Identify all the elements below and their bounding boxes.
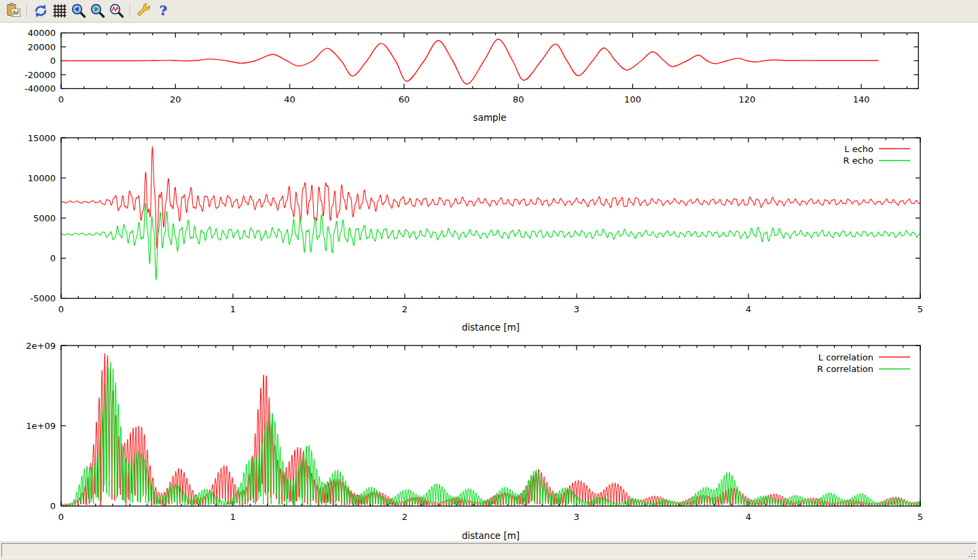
help-button[interactable]: ? ? — [153, 1, 173, 20]
y-tick-label: 1e+09 — [26, 421, 56, 431]
legend-label: R correlation — [817, 364, 873, 374]
refresh-icon — [33, 3, 49, 19]
configure-button[interactable] — [134, 1, 153, 20]
plot-canvas[interactable]: 020406080100120140-40000-200000200004000… — [0, 23, 978, 541]
series-group — [61, 39, 878, 84]
zoom-previous-button[interactable] — [69, 1, 88, 20]
axis-ticks — [61, 138, 920, 299]
plot-echo-signals: 012345-5000050001000015000distance [m]L … — [28, 133, 924, 333]
plot-border — [61, 138, 920, 299]
series-pulse — [61, 39, 878, 84]
x-axis-label: distance [m] — [462, 322, 520, 333]
x-tick-label: 0 — [58, 512, 64, 522]
svg-text:?: ? — [159, 3, 166, 18]
y-tick-label: 0 — [50, 253, 56, 263]
toolbar-separator — [26, 3, 28, 18]
zoom-next-button[interactable] — [88, 1, 107, 20]
x-tick-label: 0 — [58, 304, 64, 314]
x-tick-label: 40 — [284, 94, 295, 105]
zoom-previous-icon — [71, 3, 87, 19]
help-icon: ? ? — [155, 3, 171, 19]
zoom-next-icon — [90, 3, 106, 19]
plot-border — [61, 346, 920, 506]
x-tick-label: 100 — [624, 94, 641, 105]
y-tick-label: 0 — [50, 56, 56, 66]
toolbar: ? ? — [0, 0, 978, 22]
legend-label: R echo — [843, 155, 873, 166]
series-l-correlation — [61, 354, 920, 506]
status-message — [1, 543, 977, 557]
y-tick-label: 2e+09 — [26, 341, 56, 351]
y-tick-label: -20000 — [24, 70, 56, 80]
resize-grip-icon[interactable] — [967, 549, 975, 557]
zoom-autoscale-icon — [109, 3, 125, 19]
x-tick-label: 1 — [230, 512, 236, 522]
y-tick-label: 10000 — [28, 173, 56, 183]
copy-plot-icon — [5, 3, 22, 19]
x-tick-label: 5 — [918, 512, 923, 522]
x-tick-label: 3 — [574, 304, 579, 314]
x-axis-label: distance [m] — [462, 530, 520, 541]
replot-button[interactable] — [31, 1, 50, 20]
x-tick-label: 3 — [574, 512, 579, 522]
x-tick-label: 0 — [58, 94, 64, 105]
y-tick-label: -5000 — [30, 293, 56, 303]
x-tick-label: 140 — [853, 94, 870, 105]
x-tick-label: 60 — [399, 94, 410, 105]
series-group — [61, 147, 920, 280]
x-tick-label: 2 — [402, 512, 408, 522]
x-axis-label: sample — [473, 112, 507, 123]
x-tick-label: 4 — [746, 512, 751, 522]
plot-pulse-waveform: 020406080100120140-40000-200000200004000… — [24, 28, 918, 123]
status-bar — [0, 541, 978, 560]
x-tick-label: 4 — [746, 304, 751, 314]
x-tick-label: 120 — [738, 94, 755, 105]
wrench-icon — [136, 3, 152, 19]
plots-svg[interactable]: 020406080100120140-40000-200000200004000… — [0, 23, 978, 541]
toggle-grid-button[interactable] — [50, 1, 69, 20]
series-r-echo — [61, 203, 920, 280]
y-tick-label: 5000 — [33, 213, 56, 223]
grid-icon — [52, 3, 68, 19]
x-tick-label: 5 — [918, 304, 923, 314]
y-tick-label: 20000 — [28, 42, 56, 52]
x-tick-label: 80 — [513, 94, 524, 105]
copy-to-clipboard-button[interactable] — [4, 1, 23, 20]
plot-correlation: 01234501e+092e+09distance [m]L correlati… — [26, 341, 923, 541]
autoscale-button[interactable] — [107, 1, 126, 20]
y-tick-label: 40000 — [28, 28, 56, 38]
y-tick-label: -40000 — [24, 83, 56, 94]
x-tick-label: 2 — [402, 304, 408, 314]
legend-label: L correlation — [818, 352, 873, 362]
y-tick-label: 0 — [50, 501, 56, 511]
y-tick-label: 15000 — [28, 133, 56, 143]
axis-ticks — [61, 346, 920, 506]
x-tick-label: 20 — [170, 94, 181, 105]
x-tick-label: 1 — [230, 304, 236, 314]
series-group — [61, 354, 920, 506]
toolbar-separator — [130, 3, 131, 18]
legend-label: L echo — [844, 144, 873, 154]
